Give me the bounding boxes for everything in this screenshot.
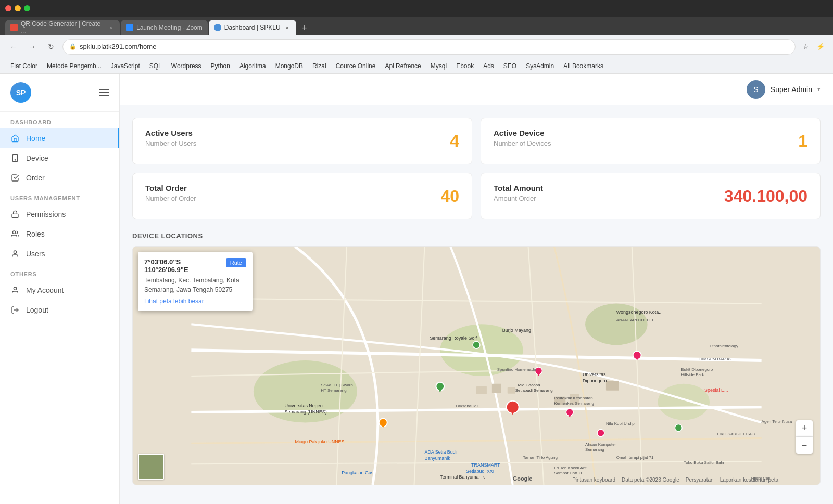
tab-zoom[interactable]: Launch Meeting - Zoom [121, 20, 208, 35]
bookmark-mysql[interactable]: Mysql [426, 61, 451, 71]
bookmark-rizal[interactable]: Rizal [308, 61, 331, 71]
bookmark-ebook[interactable]: Ebook [452, 61, 478, 71]
sidebar-item-logout[interactable]: Logout [0, 300, 119, 320]
map-footer-keyboard[interactable]: Pintasan keyboard [572, 477, 615, 483]
bookmark-api[interactable]: Api Refrence [381, 61, 425, 71]
svg-text:TRANSMART: TRANSMART [471, 462, 500, 468]
app-container: SP DASHBOARD Home [0, 74, 833, 504]
sidebar-logo: SP [0, 74, 119, 112]
popup-larger-map-link[interactable]: Lihat peta lebih besar [144, 298, 204, 305]
bookmark-sql[interactable]: SQL [145, 61, 166, 71]
svg-text:Hillside Park: Hillside Park [681, 372, 704, 377]
device-locations-header: DEVICE LOCATIONS [132, 232, 821, 240]
tab-favicon-dashboard [214, 24, 221, 31]
tab-qr[interactable]: QR Code Generator | Create ... × [5, 20, 120, 35]
svg-text:Mie Gacoan: Mie Gacoan [518, 383, 540, 387]
stat-card-active-users: Active Users Number of Users 4 [132, 118, 472, 164]
back-button[interactable]: ← [6, 40, 21, 54]
home-icon [10, 134, 20, 143]
address-bar[interactable]: 🔒 spklu.platk291.com/home [62, 39, 796, 55]
user-info[interactable]: S Super Admin ▾ [747, 80, 821, 99]
svg-text:Nilu Kopi Undip: Nilu Kopi Undip [606, 422, 635, 427]
svg-text:HT Semarang: HT Semarang [321, 388, 346, 393]
minimize-button[interactable] [15, 5, 21, 11]
sidebar-item-users[interactable]: Users [0, 244, 119, 264]
bookmark-seo[interactable]: SEO [499, 61, 521, 71]
map-zoom-out-button[interactable]: − [796, 437, 813, 454]
map-footer-report[interactable]: Laporkan kesalahan peta [720, 477, 778, 483]
svg-text:Pangkalan Gas: Pangkalan Gas [342, 470, 374, 475]
map-footer-terms[interactable]: Persyaratan [686, 477, 714, 483]
bookmark-wordpress[interactable]: Wordpress [167, 61, 206, 71]
sidebar-item-home-label: Home [26, 134, 45, 143]
bookmark-sysadmin[interactable]: SysAdmin [522, 61, 558, 71]
svg-text:Setiabudi XXI: Setiabudi XXI [466, 469, 494, 474]
tab-dashboard[interactable]: Dashboard | SPKLU × [209, 20, 296, 35]
close-button[interactable] [5, 5, 11, 11]
svg-point-1 [15, 160, 15, 160]
bookmark-flat-color[interactable]: Flat Color [6, 61, 42, 71]
svg-text:Google: Google [513, 475, 533, 482]
order-icon [10, 173, 20, 183]
stat-total-order-subtitle: Number of Order [145, 195, 459, 202]
sidebar-item-roles[interactable]: Roles [0, 224, 119, 244]
tab-close-qr[interactable]: × [108, 24, 115, 31]
sidebar-item-my-account[interactable]: My Account [0, 280, 119, 300]
svg-rect-27 [606, 381, 619, 391]
svg-text:Es Teh Kocok Anti: Es Teh Kocok Anti [554, 466, 587, 470]
bookmark-algoritma[interactable]: Algoritma [235, 61, 270, 71]
hamburger-button[interactable] [99, 89, 109, 96]
bookmark-all[interactable]: All Bookmarks [559, 61, 608, 71]
svg-text:Politeknik Kesehatan: Politeknik Kesehatan [554, 396, 592, 400]
bookmark-ads[interactable]: Ads [479, 61, 498, 71]
svg-text:Diponegoro: Diponegoro [583, 378, 607, 383]
svg-text:Sewa HT | Swara: Sewa HT | Swara [321, 383, 353, 387]
chevron-down-icon: ▾ [817, 86, 821, 93]
extensions-icon[interactable]: ⚡ [814, 41, 827, 53]
map-container[interactable]: Semarang Royale Golf Burjo Mayang Wongso… [132, 246, 821, 485]
svg-text:Taman Tirto Agung: Taman Tirto Agung [523, 455, 558, 460]
svg-text:Kemenkes Semarang: Kemenkes Semarang [554, 401, 594, 406]
bookmark-cource[interactable]: Cource Online [332, 61, 380, 71]
popup-address-line2: Semarang, Jawa Tengah 50275 [144, 286, 232, 293]
svg-text:LaksanaCell: LaksanaCell [456, 404, 478, 408]
svg-text:TOKO SARI JELITA 3: TOKO SARI JELITA 3 [715, 432, 755, 436]
star-icon[interactable]: ☆ [800, 41, 812, 53]
bookmark-javascript[interactable]: JavaScript [107, 61, 144, 71]
svg-text:Semarang (UNNES): Semarang (UNNES) [285, 409, 327, 415]
tab-close-dashboard[interactable]: × [284, 24, 291, 31]
sidebar-item-device[interactable]: Device [0, 148, 119, 168]
browser-chrome: QR Code Generator | Create ... × Launch … [0, 0, 833, 74]
sidebar-item-home[interactable]: Home [0, 128, 119, 148]
reload-button[interactable]: ↻ [44, 40, 58, 54]
svg-text:Terminal Banyumanik: Terminal Banyumanik [440, 474, 485, 480]
stat-active-users-subtitle: Number of Users [145, 139, 459, 147]
stat-active-users-title: Active Users [145, 128, 459, 137]
svg-text:Semarang Royale Golf: Semarang Royale Golf [430, 335, 477, 341]
maximize-button[interactable] [24, 5, 30, 11]
svg-rect-2 [12, 214, 18, 217]
bookmark-metode[interactable]: Metode Pengemb... [43, 61, 106, 71]
address-text: spklu.platk291.com/home [80, 43, 789, 50]
main-header: S Super Admin ▾ [120, 74, 833, 105]
map-zoom-in-button[interactable]: + [796, 420, 813, 437]
hamburger-line [99, 89, 109, 90]
device-icon [10, 153, 20, 163]
users-icon [10, 249, 20, 259]
new-tab-button[interactable]: + [297, 21, 312, 35]
map-footer: Pintasan keyboard Data peta ©2023 Google… [572, 477, 778, 483]
forward-button[interactable]: → [25, 40, 40, 54]
sidebar-item-roles-label: Roles [26, 230, 45, 238]
traffic-lights [5, 5, 30, 11]
popup-address: Tembalang, Kec. Tembalang, Kota Semarang… [144, 276, 246, 294]
lock-icon: 🔒 [69, 43, 77, 50]
bookmark-mongodb[interactable]: MongoDB [271, 61, 307, 71]
sidebar-item-permissions[interactable]: Permissions [0, 204, 119, 224]
sidebar-item-order[interactable]: Order [0, 168, 119, 188]
popup-route-button[interactable]: Rute [226, 258, 246, 267]
stat-card-total-amount: Total Amount Amount Order 340.100,00 [481, 173, 821, 219]
popup-address-line1: Tembalang, Kec. Tembalang, Kota [144, 277, 239, 284]
svg-text:ANANTARI COFFEE: ANANTARI COFFEE [616, 318, 655, 322]
stat-active-device-title: Active Device [494, 128, 807, 137]
bookmark-python[interactable]: Python [207, 61, 234, 71]
